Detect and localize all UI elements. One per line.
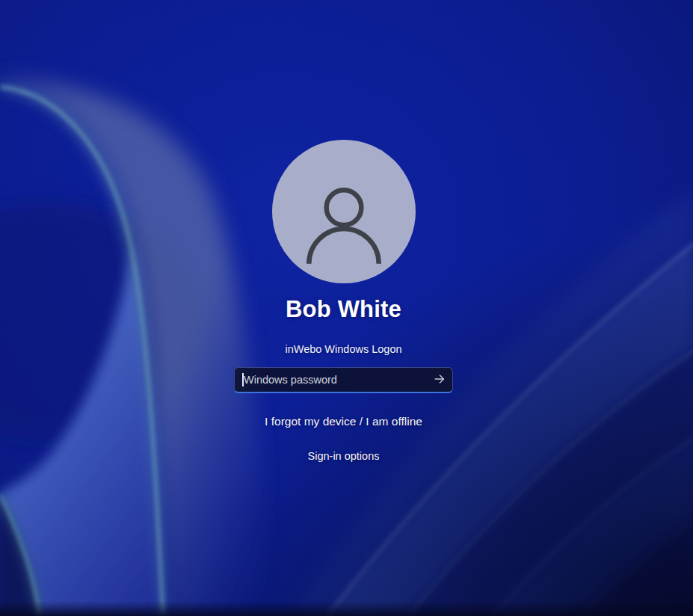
login-panel: Bob White inWebo Windows Logon I forgot …	[187, 140, 501, 462]
password-row	[234, 367, 453, 393]
lock-screen: Bob White inWebo Windows Logon I forgot …	[0, 0, 693, 616]
sign-in-options-link[interactable]: Sign-in options	[308, 450, 380, 462]
arrow-right-icon	[433, 372, 446, 386]
person-icon	[295, 176, 392, 273]
password-input[interactable]	[234, 367, 453, 393]
submit-button[interactable]	[428, 369, 451, 389]
user-name: Bob White	[286, 296, 401, 323]
avatar	[272, 140, 416, 283]
credential-provider-label: inWebo Windows Logon	[285, 343, 401, 355]
forgot-device-link[interactable]: I forgot my device / I am offline	[265, 415, 422, 428]
